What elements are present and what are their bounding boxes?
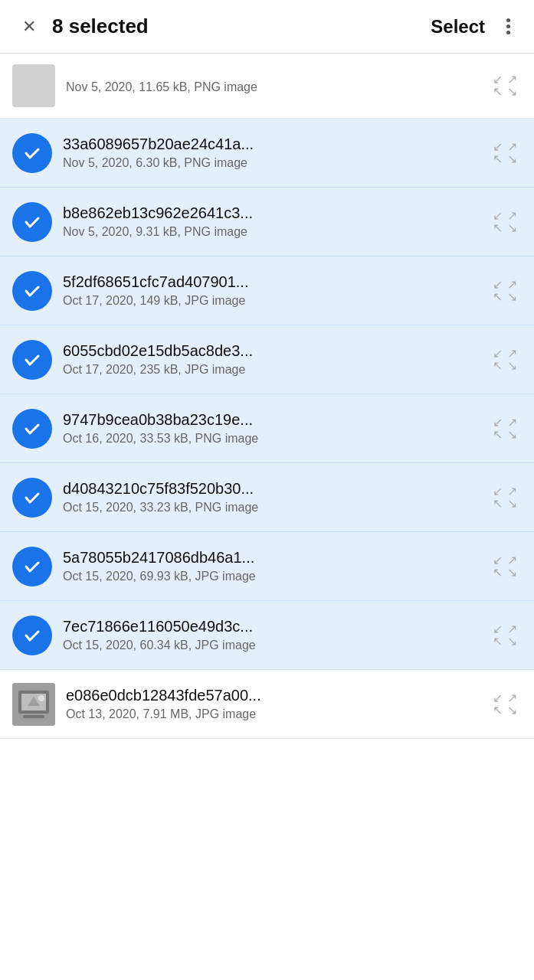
svg-rect-3 [23,715,44,718]
file-meta: Oct 17, 2020, 235 kB, JPG image [63,363,488,377]
list-item[interactable]: e086e0dcb12843fde57a00... Oct 13, 2020, … [0,670,534,739]
expand-icon[interactable]: ↙↗ ↖↘ [488,619,522,652]
selection-checkbox[interactable] [12,547,52,586]
list-item[interactable]: 6055cbd02e15db5ac8de3... Oct 17, 2020, 2… [0,325,534,394]
file-meta: Oct 15, 2020, 69.93 kB, JPG image [63,570,488,583]
selection-checkbox[interactable] [12,271,52,311]
file-meta: Nov 5, 2020, 9.31 kB, PNG image [63,225,488,239]
more-options-button[interactable] [494,10,522,44]
checkmark-icon [21,211,43,233]
app-header: ✕ 8 selected Select [0,0,534,54]
list-item[interactable]: d40843210c75f83f520b30... Oct 15, 2020, … [0,463,534,532]
checkmark-icon [21,349,43,371]
list-item[interactable]: Nov 5, 2020, 11.65 kB, PNG image ↙↗ ↖↘ [0,54,534,119]
file-name: 7ec71866e116050e49d3c... [63,618,488,635]
selection-count: 8 selected [46,15,421,38]
expand-icon[interactable]: ↙↗ ↖↘ [488,481,522,514]
expand-icon[interactable]: ↙↗ ↖↘ [488,136,522,170]
file-name: 6055cbd02e15db5ac8de3... [63,342,488,360]
more-dot [506,18,510,22]
selection-checkbox[interactable] [12,409,52,449]
selection-checkbox[interactable] [12,202,52,242]
list-item[interactable]: 5f2df68651cfc7ad407901... Oct 17, 2020, … [0,256,534,325]
selection-checkbox[interactable] [12,133,52,173]
file-name: b8e862eb13c962e2641c3... [63,204,488,222]
file-name: 5f2df68651cfc7ad407901... [63,273,488,291]
checkmark-icon [21,556,43,577]
file-name: e086e0dcb12843fde57a00... [66,687,488,704]
file-thumbnail [12,683,55,726]
file-meta: Nov 5, 2020, 6.30 kB, PNG image [63,156,488,170]
close-icon: ✕ [22,17,36,37]
expand-icon[interactable]: ↙↗ ↖↘ [488,69,522,103]
file-name: 5a78055b2417086db46a1... [63,549,488,567]
file-list: 33a6089657b20ae24c41a... Nov 5, 2020, 6.… [0,119,534,670]
checkmark-icon [21,142,43,164]
file-thumbnail [12,64,55,107]
selection-checkbox[interactable] [12,478,52,518]
close-button[interactable]: ✕ [12,10,46,44]
more-dot [506,31,510,34]
file-meta: Nov 5, 2020, 11.65 kB, PNG image [66,80,488,94]
file-meta: Oct 16, 2020, 33.53 kB, PNG image [63,432,488,446]
list-item[interactable]: 9747b9cea0b38ba23c19e... Oct 16, 2020, 3… [0,394,534,463]
file-meta: Oct 13, 2020, 7.91 MB, JPG image [66,707,488,721]
file-name: d40843210c75f83f520b30... [63,480,488,498]
checkmark-icon [21,487,43,508]
list-item[interactable]: b8e862eb13c962e2641c3... Nov 5, 2020, 9.… [0,188,534,256]
expand-icon[interactable]: ↙↗ ↖↘ [488,343,522,377]
file-meta: Oct 15, 2020, 33.23 kB, PNG image [63,501,488,514]
selection-checkbox[interactable] [12,616,52,655]
selection-checkbox[interactable] [12,340,52,380]
select-button[interactable]: Select [421,10,494,44]
svg-point-5 [38,695,44,701]
more-dot [506,24,510,28]
list-item[interactable]: 5a78055b2417086db46a1... Oct 15, 2020, 6… [0,532,534,601]
expand-icon[interactable]: ↙↗ ↖↘ [488,688,522,721]
list-item[interactable]: 33a6089657b20ae24c41a... Nov 5, 2020, 6.… [0,119,534,188]
checkmark-icon [21,280,43,302]
checkmark-icon [21,418,43,439]
expand-icon[interactable]: ↙↗ ↖↘ [488,412,522,446]
file-meta: Oct 17, 2020, 149 kB, JPG image [63,294,488,308]
list-item[interactable]: 7ec71866e116050e49d3c... Oct 15, 2020, 6… [0,601,534,670]
expand-icon[interactable]: ↙↗ ↖↘ [488,205,522,239]
file-name: 33a6089657b20ae24c41a... [63,136,488,153]
expand-icon[interactable]: ↙↗ ↖↘ [488,550,522,583]
file-meta: Oct 15, 2020, 60.34 kB, JPG image [63,639,488,652]
expand-icon[interactable]: ↙↗ ↖↘ [488,274,522,308]
file-name: 9747b9cea0b38ba23c19e... [63,411,488,429]
checkmark-icon [21,625,43,646]
